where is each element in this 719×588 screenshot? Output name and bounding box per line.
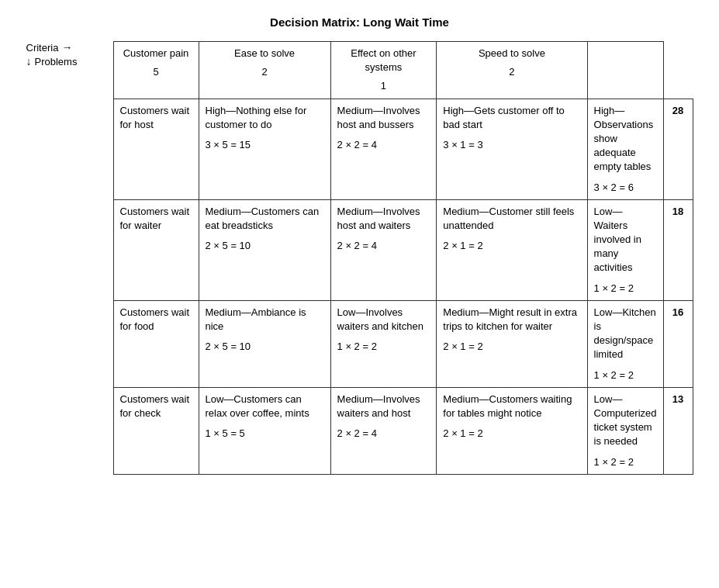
cell-calc: 1 × 2 = 2 <box>594 455 657 469</box>
data-cell-1-0: Medium—Customers can eat breadsticks2 × … <box>199 199 330 300</box>
data-cell-2-2: Medium—Might result in extra trips to ki… <box>437 300 587 387</box>
cell-calc: 2 × 1 = 2 <box>443 239 580 253</box>
data-cell-2-0: Medium—Ambiance is nice2 × 5 = 10 <box>199 300 330 387</box>
col-header-2: Effect on other systems 1 <box>330 42 437 99</box>
problems-arrow-icon: ↓ <box>26 55 32 67</box>
cell-calc: 2 × 5 = 10 <box>206 340 324 354</box>
cell-calc: 1 × 5 = 5 <box>206 427 324 441</box>
cell-calc: 2 × 1 = 2 <box>443 427 580 441</box>
cell-calc: 2 × 1 = 2 <box>443 340 580 354</box>
cell-calc: 2 × 5 = 10 <box>206 239 324 253</box>
data-cell-2-3: Low—Kitchen is design/space limited1 × 2… <box>587 300 663 387</box>
data-cell-2-1: Low—Involves waiters and kitchen1 × 2 = … <box>330 300 437 387</box>
problem-cell-1: Customers wait for waiter <box>113 199 199 300</box>
data-cell-3-3: Low—Computerized ticket system is needed… <box>587 387 663 474</box>
cell-desc: Low— Waiters involved in many activities <box>594 206 641 274</box>
data-cell-1-1: Medium—Involves host and waiters2 × 2 = … <box>330 199 437 300</box>
cell-desc: Medium—Involves waiters and host <box>337 393 420 419</box>
problems-label: ↓ Problems <box>26 55 113 67</box>
cell-desc: Low—Involves waiters and kitchen <box>337 306 423 332</box>
problem-cell-0: Customers wait for host <box>113 99 199 199</box>
criteria-label: Criteria → <box>26 41 113 54</box>
cell-desc: High—Observations show adequate empty ta… <box>594 105 654 173</box>
cell-desc: Medium—Ambiance is nice <box>206 306 306 332</box>
data-cell-3-1: Medium—Involves waiters and host2 × 2 = … <box>330 387 437 474</box>
cell-desc: Low—Kitchen is design/space limited <box>594 306 656 361</box>
score-cell-3: 13 <box>663 387 693 474</box>
cell-calc: 2 × 2 = 4 <box>337 239 430 253</box>
data-cell-0-0: High—Nothing else for customer to do3 × … <box>199 99 330 199</box>
corner-area: Criteria → ↓ Problems <box>26 41 113 71</box>
problem-cell-2: Customers wait for food <box>113 300 199 387</box>
cell-calc: 1 × 2 = 2 <box>337 340 430 354</box>
page-container: Decision Matrix: Long Wait Time Criteria… <box>26 16 693 475</box>
decision-matrix-table: Customer pain 5 Ease to solve 2 Effect o… <box>113 41 693 475</box>
data-cell-0-2: High—Gets customer off to bad start3 × 1… <box>437 99 587 199</box>
cell-calc: 1 × 2 = 2 <box>594 368 657 382</box>
cell-desc: Medium—Customers can eat breadsticks <box>206 206 320 231</box>
data-cell-1-3: Low— Waiters involved in many activities… <box>587 199 663 300</box>
cell-calc: 3 × 2 = 6 <box>594 181 657 195</box>
data-cell-0-1: Medium—Involves host and bussers2 × 2 = … <box>330 99 437 199</box>
cell-desc: Low—Computerized ticket system is needed <box>594 393 657 448</box>
cell-desc: Medium—Might result in extra trips to ki… <box>443 306 577 332</box>
cell-desc: High—Nothing else for customer to do <box>206 105 307 130</box>
data-cell-0-3: High—Observations show adequate empty ta… <box>587 99 663 199</box>
col-header-0: Customer pain 5 <box>113 42 199 99</box>
table-row: Customers wait for waiterMedium—Customer… <box>113 199 693 300</box>
cell-calc: 2 × 2 = 4 <box>337 427 430 441</box>
cell-desc: Medium—Involves host and bussers <box>337 105 420 130</box>
score-header <box>587 42 663 99</box>
cell-calc: 3 × 5 = 15 <box>206 138 324 152</box>
data-cell-3-0: Low—Customers can relax over coffee, min… <box>199 387 330 474</box>
data-cell-3-2: Medium—Customers waiting for tables migh… <box>437 387 587 474</box>
data-cell-1-2: Medium—Customer still feels unattended2 … <box>437 199 587 300</box>
cell-desc: Medium—Involves host and waiters <box>337 206 420 231</box>
score-cell-1: 18 <box>663 199 693 300</box>
score-cell-0: 28 <box>663 99 693 199</box>
col-header-3: Speed to solve 2 <box>437 42 587 99</box>
cell-calc: 3 × 1 = 3 <box>443 138 580 152</box>
cell-desc: High—Gets customer off to bad start <box>443 105 565 130</box>
cell-calc: 2 × 2 = 4 <box>337 138 430 152</box>
cell-desc: Medium—Customers waiting for tables migh… <box>443 393 572 419</box>
table-row: Customers wait for checkLow—Customers ca… <box>113 387 693 474</box>
page-title: Decision Matrix: Long Wait Time <box>26 16 693 29</box>
cell-desc: Low—Customers can relax over coffee, min… <box>206 393 309 419</box>
col-header-1: Ease to solve 2 <box>199 42 330 99</box>
table-row: Customers wait for foodMedium—Ambiance i… <box>113 300 693 387</box>
score-cell-2: 16 <box>663 300 693 387</box>
table-row: Customers wait for hostHigh—Nothing else… <box>113 99 693 199</box>
cell-desc: Medium—Customer still feels unattended <box>443 206 574 231</box>
problem-cell-3: Customers wait for check <box>113 387 199 474</box>
criteria-arrow-icon: → <box>61 41 72 54</box>
cell-calc: 1 × 2 = 2 <box>594 282 657 296</box>
